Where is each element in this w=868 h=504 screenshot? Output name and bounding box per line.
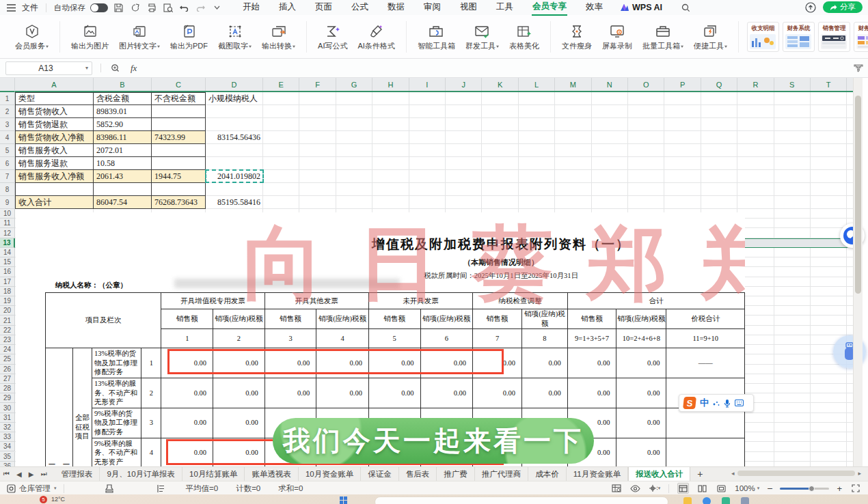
sheet-cell-C1[interactable]: 不含税金额: [152, 92, 206, 105]
print-preview-icon[interactable]: [162, 2, 174, 13]
column-header-L[interactable]: L: [519, 78, 555, 91]
row-header-8[interactable]: 8: [0, 183, 15, 196]
ribbon-button-AI条件格式[interactable]: AI条件格式: [355, 18, 397, 55]
sheet-cell-A6[interactable]: 销售服务退款: [15, 157, 94, 170]
sheet-cell-A8[interactable]: [15, 183, 94, 196]
eye-icon[interactable]: [629, 483, 641, 494]
sheet-tab-9月、10月订单报表[interactable]: 9月、10月订单报表: [100, 467, 182, 481]
row-header-15[interactable]: 15: [0, 257, 15, 267]
column-headers[interactable]: ABCDEFGHIJKLMNOPQRST: [0, 78, 853, 92]
upload-cloud-icon[interactable]: [804, 2, 816, 13]
sheet-cell-A9[interactable]: 收入合计: [15, 196, 94, 209]
ribbon-button-文件瘦身[interactable]: 文件瘦身: [559, 18, 595, 55]
formula-input[interactable]: [137, 61, 852, 75]
template-card-收支明细[interactable]: 收支明细: [747, 22, 779, 52]
sheet-cell-C7[interactable]: 1944.75: [152, 170, 206, 183]
row-header-24[interactable]: 24: [0, 345, 15, 354]
sheet-cell-C3[interactable]: [152, 118, 206, 131]
add-sheet-button[interactable]: +: [690, 468, 709, 479]
ribbon-button-便捷工具[interactable]: 便捷工具▾: [691, 18, 730, 55]
sheet-cell-D3[interactable]: [206, 118, 263, 131]
ribbon-button-截图取字[interactable]: 截图取字▾: [215, 18, 254, 55]
ribbon-button-会员服务[interactable]: 会员服务▾: [12, 18, 51, 55]
search-icon[interactable]: [680, 2, 692, 13]
wps-ai-button[interactable]: WPS AI: [620, 3, 662, 12]
row-header-29[interactable]: 29: [0, 393, 15, 403]
sheet-tab-推广代理商[interactable]: 推广代理商: [475, 467, 529, 481]
row-header-5[interactable]: 5: [0, 144, 15, 157]
sheet-cell-D2[interactable]: [206, 105, 263, 118]
select-all-corner[interactable]: [0, 78, 15, 92]
tab-会员专享[interactable]: 会员专享: [532, 0, 567, 16]
sheet-cell-A3[interactable]: 销售货物退款: [15, 118, 94, 131]
row-header-4[interactable]: 4: [0, 131, 15, 144]
zoom-level-control[interactable]: 100% ▾: [735, 484, 759, 492]
row-header-6[interactable]: 6: [0, 157, 15, 170]
sheet-cell-C8[interactable]: [152, 183, 206, 196]
first-sheet-icon[interactable]: ⏮: [0, 470, 13, 478]
column-header-H[interactable]: H: [372, 78, 409, 91]
sheet-tab-账单透视表[interactable]: 账单透视表: [245, 467, 299, 481]
row-header-11[interactable]: 11: [0, 219, 15, 228]
sheet-cell-B4[interactable]: 83986.11: [94, 131, 152, 144]
share-button[interactable]: 分享: [823, 1, 863, 13]
sheet-cell-A4[interactable]: 销售货物收入净额: [15, 131, 94, 144]
table-tools-icon[interactable]: [610, 483, 622, 494]
browser-icon[interactable]: [703, 497, 711, 504]
weather-temperature[interactable]: 12°C: [51, 496, 65, 503]
sheet-cell-A7[interactable]: 销售服务收入净额: [15, 170, 94, 183]
next-sheet-icon[interactable]: ▶: [25, 471, 38, 478]
row-header-27[interactable]: 27: [0, 374, 15, 384]
sheet-tab-10月资金账单[interactable]: 10月资金账单: [299, 467, 361, 481]
row-header-20[interactable]: 20: [0, 306, 15, 316]
column-header-G[interactable]: G: [336, 78, 372, 91]
row-header-31[interactable]: 31: [0, 413, 15, 423]
zoom-slider[interactable]: [780, 488, 829, 490]
vertical-scrollbar[interactable]: [853, 78, 863, 466]
sheet-cell-B1[interactable]: 含税金额: [94, 92, 152, 105]
row-header-35[interactable]: 35: [0, 452, 15, 462]
column-header-N[interactable]: N: [592, 78, 628, 91]
page-break-view-icon[interactable]: [716, 483, 727, 494]
sheet-cell-D8[interactable]: [206, 183, 263, 196]
ribbon-button-图片转文字[interactable]: 图片转文字▾: [116, 18, 163, 55]
sheet-cell-C6[interactable]: [152, 157, 206, 170]
row-header-12[interactable]: 12: [0, 228, 15, 238]
stamp-tool-icon[interactable]: [104, 483, 116, 494]
sheet-cell-B8[interactable]: [94, 183, 152, 196]
ribbon-button-屏幕录制[interactable]: 屏幕录制: [599, 18, 635, 55]
sheet-tab-保证金[interactable]: 保证金: [361, 467, 399, 481]
column-header-J[interactable]: J: [446, 78, 482, 91]
column-header-D[interactable]: D: [206, 78, 263, 91]
row-header-34[interactable]: 34: [0, 442, 15, 451]
sheet-tab-11月资金账单[interactable]: 11月资金账单: [567, 467, 628, 481]
row-header-23[interactable]: 23: [0, 335, 15, 345]
tab-效率[interactable]: 效率: [585, 0, 603, 15]
column-header-P[interactable]: P: [664, 78, 701, 91]
fullscreen-icon[interactable]: [850, 483, 861, 494]
column-header-O[interactable]: O: [628, 78, 664, 91]
sheet-tab-售后表[interactable]: 售后表: [399, 467, 437, 481]
autosave-toggle[interactable]: [90, 3, 108, 12]
template-card-财务系统[interactable]: 财务系统: [783, 22, 815, 52]
sheet-cell-A1[interactable]: 类型: [15, 92, 94, 105]
ribbon-button-输出转换[interactable]: 输出转换▾: [259, 18, 298, 55]
column-header-M[interactable]: M: [555, 78, 591, 91]
sheet-cell-C9[interactable]: 76268.73643: [152, 196, 206, 209]
ribbon-button-输出为图片[interactable]: 输出为图片: [68, 18, 111, 55]
column-header-B[interactable]: B: [94, 78, 152, 91]
formula-search-icon[interactable]: [109, 63, 121, 74]
row-header-21[interactable]: 21: [0, 316, 15, 325]
row-header-9[interactable]: 9: [0, 196, 15, 209]
sheet-cell-C2[interactable]: [152, 105, 206, 118]
horizontal-scrollbar-thumb[interactable]: [737, 471, 856, 476]
file-menu[interactable]: 文件: [22, 2, 38, 14]
sheet-cell-A2[interactable]: 销售货物收入: [15, 105, 94, 118]
sheet-cell-B7[interactable]: 2061.43: [94, 170, 152, 183]
prev-sheet-icon[interactable]: ◀: [13, 471, 25, 478]
row-header-32[interactable]: 32: [0, 423, 15, 432]
column-header-S[interactable]: S: [774, 78, 811, 91]
zoom-out-button[interactable]: −: [767, 483, 772, 494]
sheet-cell-D6[interactable]: [206, 157, 263, 170]
print-icon[interactable]: [146, 2, 157, 13]
